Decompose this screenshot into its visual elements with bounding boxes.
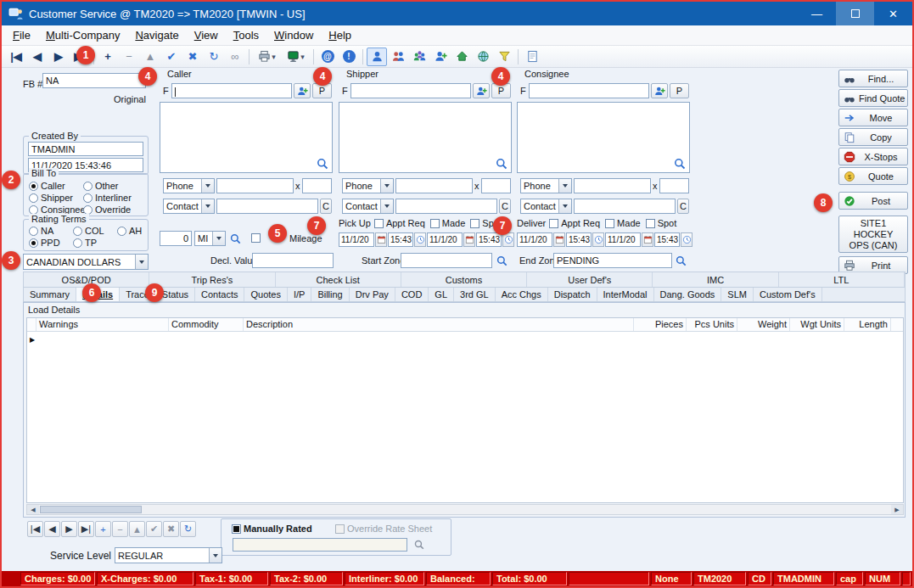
shipper-contact-c-button[interactable]: C — [499, 199, 511, 214]
pickup-time1-input[interactable]: 15:43 — [388, 232, 413, 247]
printer-button[interactable]: ▾ — [253, 48, 281, 66]
post-button[interactable]: Post — [838, 192, 908, 210]
caller-phone-input[interactable] — [216, 178, 294, 193]
tab-imc[interactable]: IMC — [653, 272, 778, 287]
grid-next-button[interactable]: ▶ — [61, 521, 77, 537]
deliver-date2-calendar-button[interactable] — [642, 232, 653, 247]
shipper-address-search-button[interactable] — [495, 157, 508, 171]
tab-ltl[interactable]: LTL — [779, 272, 905, 287]
consignee-address-area[interactable] — [517, 102, 690, 173]
insert-record-icon[interactable]: + — [98, 48, 118, 66]
consignee-person-button[interactable] — [651, 83, 668, 98]
next-record-icon[interactable]: ▶ — [48, 48, 69, 66]
load-details-grid[interactable]: WarningsCommodityDescriptionPiecesPcs Un… — [26, 317, 904, 503]
tab-drv-pay[interactable]: Drv Pay — [350, 288, 395, 301]
fb-input[interactable]: NA — [42, 73, 146, 88]
caller-address-area[interactable] — [160, 102, 333, 173]
deliver-date1-input[interactable]: 11/1/20 — [517, 232, 552, 247]
caller-contact-c-button[interactable]: C — [320, 199, 332, 214]
caller-address-search-button[interactable] — [316, 157, 329, 171]
tab-customs[interactable]: Customs — [401, 272, 527, 287]
mileage-checkbox[interactable] — [251, 233, 261, 243]
grid-last-button[interactable]: ▶| — [78, 521, 94, 537]
rating-ppd-radio[interactable]: PPD — [29, 238, 73, 248]
chain-icon[interactable]: ∞ — [225, 48, 245, 66]
caller-phone-type-select[interactable]: Phone — [163, 178, 215, 193]
rating-tp-radio[interactable]: TP — [73, 238, 117, 248]
grid-cancel-button[interactable]: ✖ — [163, 521, 179, 537]
tab-user-defs[interactable]: User Def's — [527, 272, 653, 287]
service-level-select[interactable]: REGULAR — [115, 547, 222, 563]
maximize-button[interactable] — [836, 2, 874, 25]
post-record-icon[interactable]: ✔ — [161, 48, 182, 66]
bill-to-interliner-radio[interactable]: Interliner — [83, 193, 146, 203]
col-wgt-units[interactable]: Wgt Units — [790, 318, 844, 331]
deliver-time2-input[interactable]: 15:43 — [654, 232, 680, 247]
shipper-address-area[interactable] — [339, 102, 512, 173]
col-pieces[interactable]: Pieces — [634, 318, 687, 331]
scroll-left-icon[interactable]: ◀ — [27, 505, 39, 514]
person-button[interactable] — [367, 48, 387, 66]
tab-ip[interactable]: I/P — [288, 288, 311, 301]
consignee-phone-type-select[interactable]: Phone — [520, 178, 572, 193]
monitor-button[interactable]: ▾ — [282, 48, 310, 66]
tab-cod[interactable]: COD — [395, 288, 429, 301]
tab-osd-pod[interactable]: OS&D/POD — [24, 272, 149, 287]
tab-3rd-gl[interactable]: 3rd GL — [454, 288, 496, 301]
col-length[interactable]: Length — [844, 318, 891, 331]
menu-tools[interactable]: Tools — [226, 25, 266, 45]
menu-window[interactable]: Window — [266, 25, 321, 45]
grid-refresh-button[interactable]: ↻ — [180, 521, 196, 537]
move-button[interactable]: Move — [838, 109, 908, 126]
cancel-record-icon[interactable]: ✖ — [182, 48, 203, 66]
tab-trace[interactable]: Trace — [120, 288, 156, 301]
bill-to-shipper-radio[interactable]: Shipper — [29, 193, 83, 203]
rating-ah-radio[interactable]: AH — [117, 226, 151, 236]
consignee-profile-button[interactable]: P — [670, 83, 689, 98]
menu-file[interactable]: File — [5, 25, 38, 45]
deliver-made-checkbox[interactable]: Made — [605, 218, 641, 228]
col-le[interactable]: Le — [891, 318, 904, 331]
consignee-contact-c-button[interactable]: C — [677, 199, 689, 214]
caller-ext-input[interactable] — [302, 178, 332, 193]
grid-prior-button[interactable]: ◀ — [44, 521, 60, 537]
col-row-marker[interactable] — [27, 318, 36, 331]
find-quote-button[interactable]: Find Quote — [838, 89, 908, 107]
tab-slm[interactable]: SLM — [721, 288, 754, 301]
document-button[interactable] — [522, 48, 542, 66]
grid-post-button[interactable]: ✔ — [146, 521, 162, 537]
pickup-date2-calendar-button[interactable] — [463, 232, 475, 247]
deliver-time1-input[interactable]: 15:43 — [566, 232, 592, 247]
caller-profile-button[interactable]: P — [312, 83, 332, 98]
globe-button[interactable] — [473, 48, 493, 66]
consignee-contact-input[interactable] — [574, 199, 676, 214]
caller-contact-select[interactable]: Contact — [163, 199, 215, 214]
deliver-appt-req-checkbox[interactable]: Appt Req — [549, 218, 600, 228]
two-people-button[interactable] — [388, 48, 408, 66]
shipper-phone-type-select[interactable]: Phone — [342, 178, 394, 193]
site-button[interactable]: SITE1 HOCKEY OPS (CAN) — [838, 216, 908, 253]
col-weight[interactable]: Weight — [737, 318, 790, 331]
quote-button[interactable]: $ Quote — [838, 167, 908, 185]
first-record-icon[interactable]: |◀ — [6, 48, 26, 66]
deliver-time1-clock-button[interactable] — [592, 232, 604, 247]
x-stops-button[interactable]: X-Stops — [838, 148, 908, 165]
delete-record-icon[interactable]: − — [119, 48, 139, 66]
scrollbar-thumb[interactable] — [40, 506, 142, 513]
funnel-button[interactable] — [494, 48, 514, 66]
shipper-phone-input[interactable] — [395, 178, 473, 193]
tab-dispatch[interactable]: Dispatch — [548, 288, 597, 301]
rate-sheet-input[interactable] — [233, 538, 407, 552]
caller-contact-input[interactable] — [216, 199, 318, 214]
pickup-date1-calendar-button[interactable] — [375, 232, 387, 247]
last-record-icon[interactable]: ▶| — [70, 48, 90, 66]
minimize-button[interactable]: — — [798, 2, 836, 25]
consignee-phone-input[interactable] — [574, 178, 651, 193]
distance-input[interactable]: 0 — [160, 231, 192, 246]
tab-trip-res[interactable]: Trip Res's — [149, 272, 275, 287]
person-plus-button[interactable] — [430, 48, 451, 66]
col-commodity[interactable]: Commodity — [169, 318, 244, 331]
grid-delete-button[interactable]: − — [112, 521, 128, 537]
pickup-time2-input[interactable]: 15:43 — [476, 232, 502, 247]
shipper-ext-input[interactable] — [481, 178, 511, 193]
